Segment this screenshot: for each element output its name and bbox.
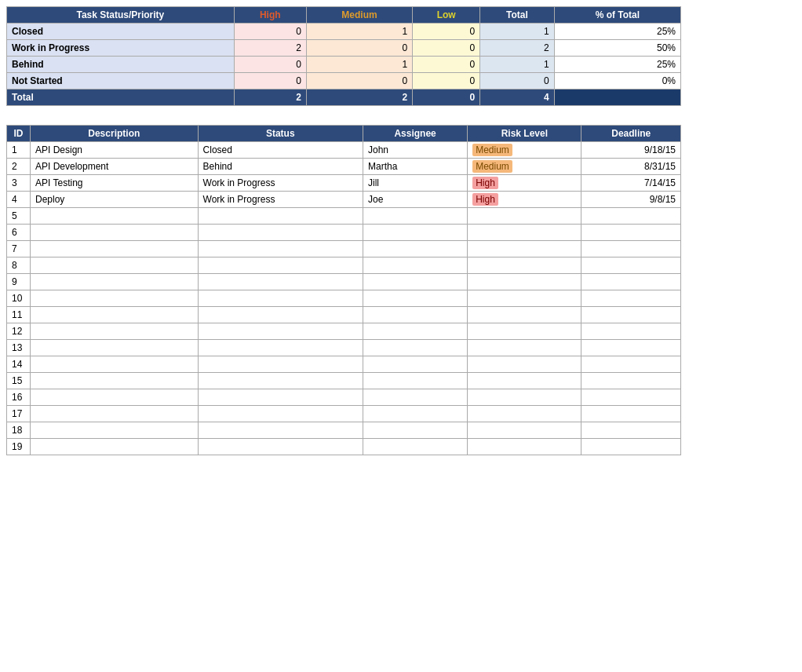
summary-total-low: 0 <box>413 89 480 106</box>
summary-header-pct: % of Total <box>554 7 680 24</box>
detail-empty-assignee <box>363 340 467 356</box>
detail-header-desc: Description <box>31 126 199 142</box>
detail-cell-deadline: 7/14/15 <box>581 175 681 192</box>
summary-total-medium: 2 <box>306 89 412 106</box>
summary-cell-high: 0 <box>234 73 306 89</box>
detail-empty-id: 13 <box>7 340 31 356</box>
detail-empty-deadline <box>581 241 681 257</box>
detail-row: 4 Deploy Work in Progress Joe High 9/8/1… <box>7 192 681 208</box>
detail-empty-id: 10 <box>7 290 31 307</box>
detail-cell-description: API Testing <box>31 175 199 192</box>
detail-empty-deadline <box>581 257 681 274</box>
detail-empty-risk <box>468 225 581 241</box>
detail-cell-deadline: 8/31/15 <box>581 159 681 175</box>
detail-empty-assignee <box>363 356 467 373</box>
detail-table: ID Description Status Assignee Risk Leve… <box>6 125 681 455</box>
summary-table: Task Status/Priority High Medium Low Tot… <box>6 6 681 106</box>
detail-empty-deadline <box>581 323 681 340</box>
detail-empty-assignee <box>363 373 467 389</box>
detail-cell-id: 4 <box>7 192 31 208</box>
detail-empty-id: 14 <box>7 356 31 373</box>
detail-cell-status: Work in Progress <box>198 192 363 208</box>
detail-header-status: Status <box>198 126 363 142</box>
detail-empty-id: 15 <box>7 373 31 389</box>
detail-empty-risk <box>468 406 581 422</box>
summary-cell-pct: 25% <box>554 24 680 40</box>
detail-empty-status <box>198 274 363 290</box>
detail-cell-risk: High <box>468 175 581 192</box>
detail-empty-deadline <box>581 422 681 439</box>
detail-empty-id: 6 <box>7 225 31 241</box>
detail-empty-desc <box>31 323 199 340</box>
detail-cell-description: API Development <box>31 159 199 175</box>
risk-badge: Medium <box>472 160 512 173</box>
detail-empty-row: 6 <box>7 225 681 241</box>
summary-cell-low: 0 <box>413 73 480 89</box>
summary-cell-status: Behind <box>7 57 235 73</box>
detail-cell-risk: Medium <box>468 159 581 175</box>
detail-empty-desc <box>31 373 199 389</box>
detail-empty-risk <box>468 340 581 356</box>
detail-cell-id: 1 <box>7 142 31 159</box>
summary-total-high: 2 <box>234 89 306 106</box>
detail-empty-row: 16 <box>7 389 681 406</box>
summary-cell-pct: 25% <box>554 57 680 73</box>
detail-empty-desc <box>31 307 199 323</box>
detail-empty-deadline <box>581 439 681 455</box>
detail-empty-deadline <box>581 290 681 307</box>
summary-cell-high: 0 <box>234 24 306 40</box>
summary-cell-status: Work in Progress <box>7 40 235 57</box>
detail-empty-row: 9 <box>7 274 681 290</box>
detail-empty-risk <box>468 389 581 406</box>
detail-empty-risk <box>468 274 581 290</box>
detail-empty-desc <box>31 422 199 439</box>
detail-empty-assignee <box>363 225 467 241</box>
detail-empty-deadline <box>581 356 681 373</box>
detail-cell-id: 3 <box>7 175 31 192</box>
summary-cell-total: 0 <box>480 73 555 89</box>
detail-cell-assignee: John <box>363 142 467 159</box>
detail-empty-desc <box>31 274 199 290</box>
detail-empty-status <box>198 241 363 257</box>
detail-cell-description: API Design <box>31 142 199 159</box>
detail-empty-row: 7 <box>7 241 681 257</box>
summary-cell-pct: 50% <box>554 40 680 57</box>
detail-empty-status <box>198 340 363 356</box>
detail-empty-desc <box>31 257 199 274</box>
risk-badge: High <box>472 193 498 206</box>
detail-empty-id: 11 <box>7 307 31 323</box>
detail-empty-id: 9 <box>7 274 31 290</box>
summary-header-low: Low <box>413 7 480 24</box>
detail-empty-assignee <box>363 274 467 290</box>
detail-header-risk: Risk Level <box>468 126 581 142</box>
detail-header-id: ID <box>7 126 31 142</box>
detail-cell-assignee: Joe <box>363 192 467 208</box>
summary-cell-total: 2 <box>480 40 555 57</box>
detail-empty-row: 12 <box>7 323 681 340</box>
detail-empty-assignee <box>363 241 467 257</box>
detail-empty-row: 18 <box>7 422 681 439</box>
detail-empty-assignee <box>363 439 467 455</box>
detail-empty-risk <box>468 323 581 340</box>
detail-empty-status <box>198 373 363 389</box>
detail-empty-risk <box>468 307 581 323</box>
detail-row: 3 API Testing Work in Progress Jill High… <box>7 175 681 192</box>
summary-cell-total: 1 <box>480 24 555 40</box>
detail-empty-risk <box>468 257 581 274</box>
detail-empty-risk <box>468 422 581 439</box>
detail-empty-assignee <box>363 389 467 406</box>
detail-empty-id: 16 <box>7 389 31 406</box>
detail-cell-status: Closed <box>198 142 363 159</box>
detail-cell-status: Work in Progress <box>198 175 363 192</box>
detail-empty-deadline <box>581 340 681 356</box>
detail-empty-assignee <box>363 307 467 323</box>
detail-empty-row: 5 <box>7 208 681 225</box>
summary-cell-status: Closed <box>7 24 235 40</box>
detail-empty-desc <box>31 439 199 455</box>
detail-empty-desc <box>31 356 199 373</box>
summary-total-total: 4 <box>480 89 555 106</box>
summary-row: Work in Progress 2 0 0 2 50% <box>7 40 681 57</box>
detail-empty-risk <box>468 241 581 257</box>
summary-cell-medium: 1 <box>306 57 412 73</box>
detail-empty-risk <box>468 208 581 225</box>
